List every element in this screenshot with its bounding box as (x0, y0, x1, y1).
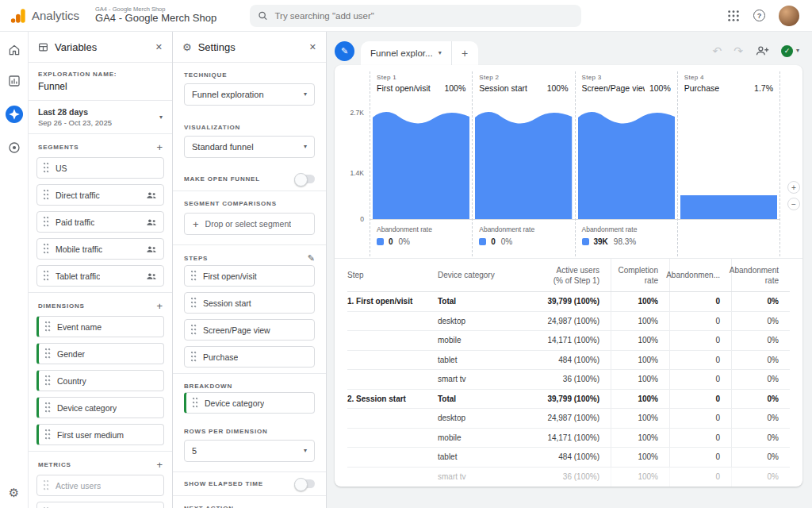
rows-per-dimension-label: ROWS PER DIMENSION (184, 428, 268, 435)
drag-handle-icon[interactable] (45, 348, 52, 359)
edit-steps-pencil-icon[interactable]: ✎ (308, 254, 315, 263)
add-tab-button[interactable]: + (451, 41, 478, 65)
step-chip-label: Session start (203, 298, 251, 308)
table-row: desktop 24,987 (100%) 100% 0 0% (347, 409, 790, 429)
abandonment-label: Abandonment rate (479, 225, 568, 233)
step-completion: 1.7% (749, 83, 773, 93)
app-name: Analytics (32, 9, 79, 22)
dimension-chip[interactable]: First user medium (36, 424, 164, 445)
dimension-chip[interactable]: Gender (36, 343, 164, 364)
chevron-down-icon: ▾ (304, 144, 307, 150)
col-abandonments: Abandonmen... (669, 259, 731, 291)
variables-title: Variables (55, 41, 97, 53)
table-row: 2. Session start Total 39,799 (100%) 100… (347, 390, 790, 410)
drag-handle-icon[interactable] (45, 375, 52, 386)
segment-chip[interactable]: Tablet traffic (36, 265, 164, 287)
share-users-icon[interactable] (755, 45, 769, 56)
show-elapsed-time-toggle[interactable] (296, 479, 315, 488)
drag-handle-icon[interactable] (44, 480, 50, 491)
visualization-select[interactable]: Standard funnel ▾ (184, 136, 315, 158)
segments-label: SEGMENTS (38, 144, 79, 151)
user-avatar[interactable] (779, 6, 799, 26)
drag-handle-icon[interactable] (44, 244, 50, 254)
segment-chip[interactable]: US (36, 157, 164, 179)
step-chip-label: Purchase (203, 352, 238, 362)
make-open-funnel-toggle[interactable] (296, 175, 315, 183)
funnel-bar[interactable] (576, 101, 677, 220)
zoom-out-button[interactable]: − (787, 198, 800, 210)
drag-handle-icon[interactable] (45, 321, 52, 332)
step-chip[interactable]: First open/visit (184, 265, 315, 287)
table-row: smart tv 36 (100%) 100% 0 0% (347, 370, 790, 390)
dimension-label: Gender (57, 349, 85, 359)
advertising-icon[interactable] (7, 140, 21, 155)
drag-handle-icon[interactable] (191, 298, 197, 308)
admin-gear-icon[interactable]: ⚙ (9, 487, 19, 498)
funnel-bar[interactable] (473, 101, 574, 220)
segment-label: Tablet traffic (56, 271, 100, 281)
property-switcher[interactable]: GA4 - Google Merch Shop GA4 - Google Mer… (95, 6, 216, 25)
drag-handle-icon[interactable] (44, 163, 50, 173)
zoom-in-button[interactable]: + (787, 181, 800, 194)
date-range-picker[interactable]: Last 28 days Sep 26 - Oct 23, 2025 ▾ (29, 101, 172, 133)
dimension-chip[interactable]: Device category (36, 397, 164, 418)
drag-handle-icon[interactable] (191, 271, 197, 281)
variables-panel: Variables ✕ EXPLORATION NAME: Funnel Las… (29, 32, 173, 508)
funnel-bar[interactable] (678, 101, 779, 220)
visualization-value: Standard funnel (192, 142, 299, 152)
close-icon[interactable]: ✕ (155, 42, 163, 52)
edit-mode-icon[interactable]: ✎ (335, 41, 354, 61)
show-elapsed-time-label: SHOW ELAPSED TIME (184, 480, 263, 487)
segment-chip[interactable]: Mobile traffic (36, 238, 164, 260)
make-open-funnel-label: MAKE OPEN FUNNEL (184, 175, 260, 183)
step-chip[interactable]: Purchase (184, 346, 315, 368)
add-metric-icon[interactable]: + (156, 460, 163, 470)
date-range: Sep 26 - Oct 23, 2025 (38, 118, 112, 127)
table-row: 1. First open/visit Total 39,799 (100%) … (347, 292, 790, 312)
add-segment-icon[interactable]: + (156, 142, 163, 152)
dimension-chip[interactable]: Country (36, 370, 164, 391)
step-completion: 100% (645, 83, 671, 93)
undo-icon[interactable]: ↶ (713, 45, 722, 56)
segment-chip[interactable]: Direct traffic (36, 184, 164, 206)
exploration-name-block[interactable]: EXPLORATION NAME: Funnel (29, 63, 172, 100)
rows-per-dimension-select[interactable]: 5 ▾ (184, 440, 315, 462)
drag-handle-icon[interactable] (44, 190, 50, 200)
explore-icon-selected[interactable] (5, 105, 24, 124)
technique-select[interactable]: Funnel exploration ▾ (184, 83, 315, 106)
drag-handle-icon[interactable] (191, 352, 197, 362)
drag-handle-icon[interactable] (191, 325, 197, 335)
drag-handle-icon[interactable] (44, 271, 50, 281)
apps-grid-icon[interactable] (727, 10, 740, 22)
help-icon[interactable]: ? (753, 10, 765, 21)
step-chip[interactable]: Session start (184, 292, 315, 314)
add-dimension-icon[interactable]: + (156, 301, 163, 311)
metric-chip[interactable]: Event count (36, 502, 164, 508)
drag-handle-icon[interactable] (193, 398, 199, 408)
step-completion: 100% (439, 83, 465, 93)
tab-funnel-exploration[interactable]: Funnel explor... ▾ (361, 41, 451, 65)
close-icon[interactable]: ✕ (309, 42, 316, 52)
legend-swatch (479, 238, 486, 245)
y-tick: 0 (360, 215, 364, 223)
reports-icon[interactable] (7, 74, 21, 88)
drag-handle-icon[interactable] (44, 217, 50, 227)
home-icon[interactable] (7, 43, 21, 57)
dimension-chip[interactable]: Event name (36, 316, 164, 337)
breakdown-chip[interactable]: Device category (184, 392, 315, 414)
analytics-logo[interactable]: Analytics (10, 7, 79, 25)
redo-icon[interactable]: ↷ (733, 45, 743, 56)
segment-chip[interactable]: Paid traffic (36, 211, 164, 233)
global-search[interactable] (250, 5, 581, 27)
metric-chip[interactable]: Active users (36, 475, 164, 496)
funnel-bar[interactable] (370, 101, 472, 220)
funnel-step-column: Step 1 First open/visit 100% Abandonm (370, 71, 472, 256)
step-chip[interactable]: Screen/Page view (184, 319, 315, 341)
drag-handle-icon[interactable] (45, 402, 52, 413)
search-input[interactable] (274, 11, 573, 21)
drag-handle-icon[interactable] (45, 429, 52, 440)
legend-swatch (377, 238, 384, 245)
saved-status-button[interactable]: ✓ ▾ (781, 45, 799, 57)
segment-comparison-dropzone[interactable]: + Drop or select segment (184, 213, 315, 235)
dimension-label: Event name (57, 322, 102, 332)
